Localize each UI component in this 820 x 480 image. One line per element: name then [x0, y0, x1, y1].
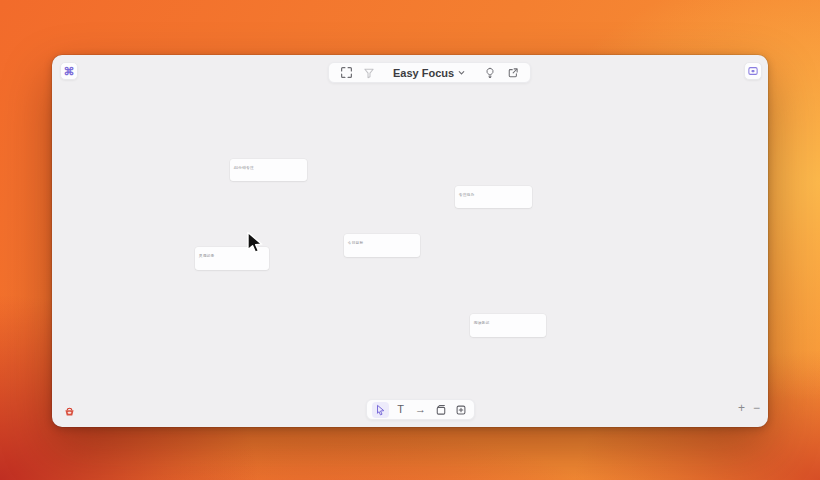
desktop: { "header": { "board_name": "Easy Focus"…: [0, 0, 820, 480]
card-text: 专注待办: [455, 190, 474, 198]
card-text: 灵感记录: [195, 251, 214, 259]
filter-button[interactable]: [362, 66, 376, 80]
text-tool-icon: T: [397, 404, 404, 415]
board-title-dropdown[interactable]: Easy Focus: [393, 67, 466, 79]
canvas-card[interactable]: 阅读笔记: [470, 314, 546, 337]
arrow-tool-icon: →: [415, 404, 426, 415]
text-tool[interactable]: T: [392, 402, 409, 418]
capture-button[interactable]: [744, 62, 762, 80]
zoom-out-button[interactable]: −: [753, 402, 760, 414]
share-icon: [507, 67, 519, 79]
expand-icon: [340, 66, 353, 79]
canvas-card[interactable]: 灵感记录: [195, 247, 269, 270]
card-text: 今日目标: [344, 238, 363, 246]
frame-tool-icon: [435, 404, 447, 416]
bottom-toolbar: T →: [366, 399, 475, 420]
canvas-card[interactable]: 今日目标: [344, 234, 420, 257]
chevron-down-icon: [457, 68, 466, 77]
card-text: 40分钟专注: [230, 163, 254, 171]
arrow-tool[interactable]: →: [412, 402, 429, 418]
zoom-in-button[interactable]: +: [738, 402, 745, 414]
insert-shape-icon: [455, 404, 467, 416]
canvas-card[interactable]: 专注待办: [455, 186, 532, 208]
whiteboard-window: 40分钟专注 专注待办 今日目标 灵感记录 阅读笔记 ⌘: [52, 55, 768, 427]
frame-tool[interactable]: [432, 402, 449, 418]
canvas-card[interactable]: 40分钟专注: [230, 159, 307, 181]
command-icon: ⌘: [64, 66, 75, 77]
cursor-select-icon: [375, 404, 386, 416]
top-toolbar: Easy Focus: [328, 62, 531, 83]
card-text: 阅读笔记: [470, 318, 489, 326]
lightbulb-icon: [484, 67, 496, 79]
app-command-button[interactable]: ⌘: [60, 62, 78, 80]
capture-icon: [747, 65, 759, 77]
app-logo-button[interactable]: [61, 403, 77, 419]
select-tool[interactable]: [372, 402, 389, 418]
canvas[interactable]: 40分钟专注 专注待办 今日目标 灵感记录 阅读笔记: [52, 55, 768, 427]
filter-icon: [363, 67, 375, 79]
fullscreen-button[interactable]: [339, 66, 353, 80]
app-logo-icon: [63, 405, 76, 418]
insert-shape-tool[interactable]: [452, 402, 469, 418]
share-button[interactable]: [506, 66, 520, 80]
zoom-controls: + −: [738, 402, 760, 414]
idea-button[interactable]: [483, 66, 497, 80]
board-title: Easy Focus: [393, 67, 454, 79]
